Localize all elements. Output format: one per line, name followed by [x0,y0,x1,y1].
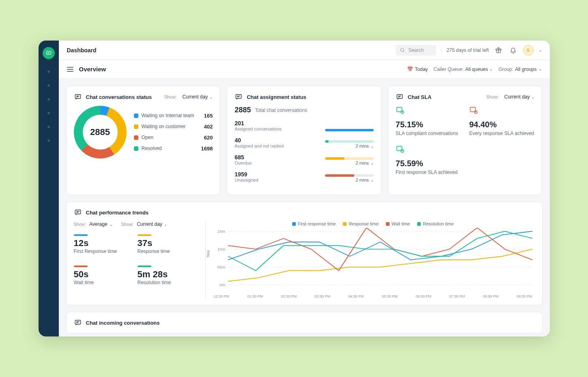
queue-filter[interactable]: Caller Queue: All queues ⌄ [433,66,493,72]
metric-label: Wait time [74,280,124,285]
legend-label: Waiting on customer [142,124,201,130]
chevron-down-icon: ⌄ [531,95,534,99]
card-conversations-status: Chat conversations status Show: Current … [66,86,221,195]
content: Chat conversations status Show: Current … [59,79,550,336]
x-tick: 03:30 PM [314,294,330,298]
time-select[interactable]: 2 mins ⌄ [355,178,373,182]
time-select[interactable]: 2 mins ⌄ [355,144,373,148]
sla-icon [396,106,461,117]
legend-swatch [134,124,138,129]
chevron-down-icon[interactable]: ⌄ [538,48,542,52]
today-filter[interactable]: 📅 Today [407,66,428,72]
sla-metric: 94.40% Every response SLA achieved [469,106,534,137]
card-title: Chat assignment status [247,94,374,100]
svg-rect-6 [397,94,403,99]
chevron-down-icon: ⌄ [538,67,542,71]
page-title: Dashboard [67,47,97,54]
chat-icon [74,208,82,216]
sla-label: SLA compliant conversations [396,130,461,137]
assignment-row: 40 Assigned and not replied 2 mins ⌄ [235,137,374,148]
x-tick: 01:30 PM [247,294,263,298]
sidebar-item[interactable] [47,98,50,101]
group-filter[interactable]: Group: All groups ⌄ [498,66,541,72]
overview-title: Overview [79,66,106,73]
svg-rect-5 [236,94,241,99]
legend-label: Open [142,135,201,141]
card-chat-sla: Chat SLA Show: Current day ⌄ 75.15% SLA … [388,86,543,195]
line-chart: First response timeResponse timeWait tim… [205,221,535,298]
legend-label: Waiting on Internal team [142,113,201,119]
legend-value: 1698 [201,146,213,152]
x-tick: 04:30 PM [348,294,364,298]
svg-rect-13 [75,210,81,214]
chart-legend-item: Resolution time [417,221,454,226]
sla-metric: 75.15% SLA compliant conversations [396,106,461,137]
sidebar-item[interactable] [47,84,50,87]
assign-value: 40 [235,137,284,144]
chart-legend-item: Response time [343,221,378,226]
avatar[interactable]: S [523,45,534,56]
progress-bar [325,129,374,131]
chat-icon [74,319,82,327]
menu-icon[interactable] [67,67,73,72]
time-select[interactable]: 2 mins ⌄ [355,161,373,165]
assign-value: 201 [235,120,282,126]
search-input[interactable]: Search [396,45,436,56]
sidebar-item[interactable] [47,126,50,128]
svg-point-1 [401,48,404,51]
metric-label: First Response time [74,248,124,254]
show-day-select[interactable]: Show: Current day ⌄ [121,221,167,227]
sla-label: First response SLA achieved [396,169,461,176]
card-title: Chat incoming conversations [86,320,535,326]
x-tick: 12:30 PM [214,294,230,298]
topbar: Dashboard Search 275 days of trial left … [59,41,550,60]
svg-text:15m: 15m [217,229,225,233]
assign-label: Overdue [235,161,252,165]
x-tick: 07:30 PM [449,294,465,298]
x-tick: 05:30 PM [382,294,398,298]
bell-icon[interactable] [508,45,518,55]
x-tick: 08:30 PM [483,294,499,298]
sidebar-item[interactable] [47,71,50,73]
metric-accent [138,234,151,236]
show-select[interactable]: Current day ⌄ [182,94,213,100]
legend-item: Open 620 [134,135,213,141]
chat-icon [235,93,243,101]
assign-value: 1959 [235,171,258,178]
show-select[interactable]: Current day ⌄ [504,94,535,100]
metric-label: Resolution time [138,280,187,285]
legend-swatch [134,135,138,140]
legend-swatch [134,114,138,118]
chevron-down-icon: ⌄ [489,67,493,71]
legend-value: 402 [204,124,213,130]
sla-value: 75.59% [396,159,461,168]
metric-value: 50s [74,269,124,280]
gift-icon[interactable] [494,45,504,55]
app-window: Dashboard Search 275 days of trial left … [39,41,550,336]
card-title: Chat conversations status [86,94,160,100]
y-axis-label: Time [206,250,210,258]
sla-value: 94.40% [469,120,534,129]
legend-label: Resolved [142,146,198,152]
sidebar-item[interactable] [47,139,50,142]
metric-accent [74,234,88,236]
app-logo[interactable] [43,47,55,59]
metric-value: 12s [74,238,124,248]
assignment-row: 1959 Unassigned 2 mins ⌄ [235,171,374,182]
show-average-select[interactable]: Show: Average ⌄ [74,221,112,227]
chat-icon [396,93,404,101]
chart-legend-item: First response time [292,221,336,226]
trial-status: 275 days of trial left [441,47,489,53]
sla-icon [469,106,534,117]
metric-label: Response time [138,248,187,254]
metric-value: 5m 28s [138,269,187,280]
card-assignment-status: Chat assignment status 2885 Total chat c… [227,86,381,195]
assign-value: 685 [235,154,252,161]
chevron-down-icon: ⌄ [109,222,112,227]
card-title: Chat performance trends [86,210,535,216]
perf-metric: 50s Wait time [74,266,124,285]
x-tick: 09:30 PM [517,294,532,298]
sidebar-item[interactable] [47,112,50,114]
legend-item: Resolved 1698 [134,146,213,152]
legend-value: 165 [204,113,213,119]
